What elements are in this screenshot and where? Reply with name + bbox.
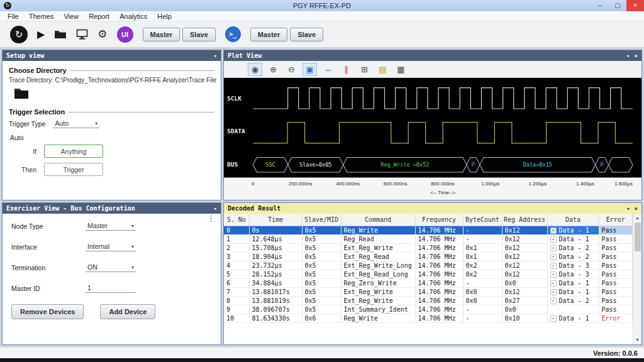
remove-devices-button[interactable]: Remove Devices bbox=[11, 304, 84, 319]
cell-frequency: 14.706 MHz bbox=[415, 226, 463, 235]
trigger-type-select[interactable]: Auto ▾ bbox=[53, 119, 99, 128]
close-icon[interactable]: × bbox=[635, 53, 638, 59]
zoom-select-icon[interactable]: ◉ bbox=[248, 63, 262, 76]
grid-icon[interactable]: ⊞ bbox=[357, 63, 372, 76]
title-bar[interactable]: ↻ PGY RFFE-EX-PD – ▢ × bbox=[0, 0, 644, 11]
data-expand-icon[interactable]: ▾ bbox=[550, 236, 557, 243]
col-error[interactable]: Error bbox=[599, 214, 633, 226]
pan-icon[interactable]: ⇔ bbox=[321, 63, 335, 76]
main-toolbar: ↻ ▶ ⚙ UI Master Slave >_ Master Slave bbox=[0, 21, 644, 48]
minimize-button[interactable]: – bbox=[591, 0, 609, 11]
menu-help[interactable]: Help bbox=[152, 13, 177, 20]
cell-error: Error bbox=[599, 314, 633, 323]
menu-analytics[interactable]: Analytics bbox=[114, 13, 152, 20]
data-expand-icon[interactable]: ▾ bbox=[550, 315, 557, 322]
col-s-no[interactable]: S. No bbox=[224, 214, 249, 226]
scroll-down-icon[interactable]: ▼ bbox=[635, 336, 640, 344]
table-view-icon[interactable]: ▦ bbox=[394, 63, 408, 76]
run-button[interactable]: ▶ bbox=[37, 30, 45, 40]
result-row[interactable]: 528.152μs0x5Ext_Reg_Read_Long14.706 MHz0… bbox=[224, 270, 633, 279]
col-time[interactable]: Time bbox=[249, 214, 302, 226]
result-row[interactable]: 318.904μs0x5Ext_Reg_Read14.706 MHz0x10x1… bbox=[224, 253, 633, 261]
svg-text:P: P bbox=[601, 162, 604, 168]
scrollbar-thumb[interactable] bbox=[635, 222, 641, 251]
close-button[interactable]: × bbox=[626, 0, 644, 11]
cursor-pair-icon[interactable]: ∥ bbox=[339, 63, 353, 76]
cell-command: Reg_Write bbox=[341, 226, 415, 235]
cell-s-no: 1 bbox=[224, 235, 249, 244]
browse-directory-button[interactable] bbox=[14, 87, 29, 101]
then-action-button[interactable]: Trigger bbox=[44, 163, 103, 176]
cell-bytecount: - bbox=[463, 314, 502, 323]
interface-select[interactable]: Internal▾ bbox=[86, 242, 136, 251]
settings-button[interactable]: ⚙ bbox=[97, 29, 107, 40]
result-row[interactable]: 1081.634330s0x6Reg_Write14.706 MHz-0x10▾… bbox=[224, 314, 633, 323]
menu-view[interactable]: View bbox=[58, 13, 84, 20]
if-condition-button[interactable]: Anything bbox=[44, 145, 103, 158]
cell-error: Pass bbox=[599, 235, 633, 244]
menu-file[interactable]: File bbox=[3, 13, 24, 20]
display-button[interactable] bbox=[76, 29, 88, 40]
master-button[interactable]: Master bbox=[143, 28, 180, 41]
data-expand-icon[interactable]: ▾ bbox=[550, 245, 557, 251]
result-row[interactable]: 938.096707s0x5Int_Summary_Ident14.706 MH… bbox=[224, 305, 633, 314]
termination-select[interactable]: ON▾ bbox=[86, 263, 136, 272]
col-reg-address[interactable]: Reg Address bbox=[502, 214, 547, 226]
decoded-panel-title: Decoded Result bbox=[228, 205, 280, 212]
menu-themes[interactable]: Themes bbox=[24, 13, 59, 20]
cell-reg-address: 0x12 bbox=[502, 288, 547, 297]
scroll-up-icon[interactable]: ▲ bbox=[635, 214, 640, 222]
menu-report[interactable]: Report bbox=[84, 13, 114, 20]
slave-button[interactable]: Slave bbox=[182, 28, 216, 41]
zoom-in-icon[interactable]: ⊕ bbox=[266, 63, 280, 76]
col-bytecount[interactable]: ByteCount bbox=[463, 214, 502, 226]
fit-view-icon[interactable]: ▣ bbox=[303, 63, 317, 76]
table-header-row: S. NoTimeSlave/MIDCommandFrequencyByteCo… bbox=[224, 214, 633, 226]
vertical-scrollbar[interactable]: ▲ ▼ bbox=[633, 214, 641, 344]
result-row[interactable]: 112.648μs0x5Reg_Read14.706 MHz-0x12▾Data… bbox=[224, 235, 633, 244]
logo-icon[interactable]: ↻ bbox=[10, 26, 28, 43]
data-expand-icon[interactable]: ▾ bbox=[550, 272, 557, 278]
open-folder-button[interactable] bbox=[54, 30, 67, 39]
close-icon[interactable]: × bbox=[635, 206, 638, 212]
data-expand-icon[interactable]: ▾ bbox=[550, 289, 557, 295]
cell-time: 18.904μs bbox=[249, 253, 302, 261]
chevron-down-icon[interactable]: ▾ bbox=[626, 206, 630, 212]
col-slave-mid[interactable]: Slave/MID bbox=[302, 214, 341, 226]
result-row[interactable]: 423.732μs0x5Ext_Reg_Write_Long14.706 MHz… bbox=[224, 261, 633, 270]
svg-text:1.400μs: 1.400μs bbox=[576, 182, 594, 187]
chevron-down-icon[interactable]: ▾ bbox=[626, 53, 630, 59]
add-device-button[interactable]: Add Device bbox=[100, 304, 155, 319]
result-row[interactable]: 00s0x5Reg_Write14.706 MHz-0x12▾Data - 1P… bbox=[224, 226, 633, 235]
col-command[interactable]: Command bbox=[341, 214, 415, 226]
result-row[interactable]: 713.881017s0x5Ext_Reg_Write14.706 MHz0x0… bbox=[224, 288, 633, 297]
result-row[interactable]: 813.881019s0x5Ext_Reg_Write14.706 MHz0x0… bbox=[224, 297, 633, 305]
more-options-icon[interactable]: ⋮ bbox=[207, 214, 215, 223]
master-id-input[interactable]: 1 bbox=[86, 283, 136, 293]
cell-frequency: 14.706 MHz bbox=[415, 279, 463, 288]
measurement-icon[interactable]: ▤ bbox=[375, 63, 390, 76]
waveform-view[interactable]: SCLKSDATABUSSSCSlave=0x05Reg_Write =0x52… bbox=[224, 78, 641, 200]
maximize-button[interactable]: ▢ bbox=[609, 0, 626, 11]
terminal-icon[interactable]: >_ bbox=[225, 26, 241, 42]
data-expand-icon[interactable]: ▾ bbox=[550, 228, 557, 234]
chevron-down-icon[interactable]: ▾ bbox=[214, 53, 217, 59]
data-expand-icon[interactable]: ▾ bbox=[550, 280, 557, 287]
node-type-select[interactable]: Master▾ bbox=[86, 221, 136, 231]
zoom-out-icon[interactable]: ⊖ bbox=[284, 63, 299, 76]
cell-slave-mid: 0x5 bbox=[302, 226, 341, 235]
result-row[interactable]: 634.884μs0x5Reg_Zero_Write14.706 MHz-0x0… bbox=[224, 279, 633, 288]
data-expand-icon[interactable]: ▾ bbox=[550, 263, 557, 269]
waveform-plot[interactable]: SCLKSDATABUSSSCSlave=0x05Reg_Write =0x52… bbox=[224, 78, 641, 200]
data-expand-icon[interactable]: ▾ bbox=[550, 254, 557, 260]
result-row[interactable]: 215.708μs0x5Ext_Reg_Write14.706 MHz0x10x… bbox=[224, 244, 633, 253]
chevron-down-icon[interactable]: ▾ bbox=[214, 206, 217, 212]
svg-text:1.200μs: 1.200μs bbox=[529, 182, 547, 187]
exerciser-slave-button[interactable]: Slave bbox=[290, 28, 323, 41]
data-expand-icon[interactable]: ▾ bbox=[550, 298, 557, 304]
col-data[interactable]: Data bbox=[547, 214, 599, 226]
exerciser-master-button[interactable]: Master bbox=[250, 28, 287, 41]
col-frequency[interactable]: Frequency bbox=[415, 214, 463, 226]
ui-badge[interactable]: UI bbox=[117, 26, 133, 43]
cell-time: 12.648μs bbox=[249, 235, 302, 244]
